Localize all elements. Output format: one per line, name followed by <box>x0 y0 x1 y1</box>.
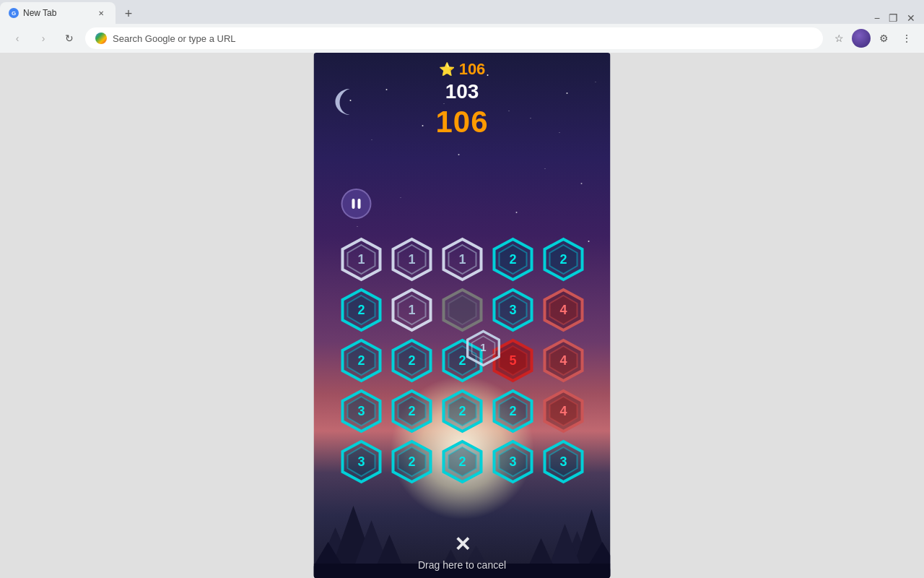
hex-cell-r2-c4[interactable]: 4 <box>541 338 585 383</box>
svg-text:2: 2 <box>357 303 365 317</box>
tab-title: New Tab <box>23 8 56 18</box>
pause-button[interactable] <box>341 189 372 219</box>
cancel-x-icon: ✕ <box>454 532 471 556</box>
pause-icon <box>352 199 361 209</box>
svg-text:2: 2 <box>559 252 567 267</box>
profile-avatar[interactable] <box>852 29 871 48</box>
current-score-big: 106 <box>435 105 488 139</box>
browser-chrome: G New Tab ✕ + − ❐ ✕ ‹ › ↻ Search Google … <box>0 0 924 53</box>
new-tab-button[interactable]: + <box>118 4 139 24</box>
browser-tab[interactable]: G New Tab ✕ <box>0 2 116 24</box>
hex-cell-r4-c3[interactable]: 3 <box>490 439 535 484</box>
hex-cell-r3-c2[interactable]: 2 <box>440 389 484 434</box>
hex-cell-r1-c3[interactable]: 3 <box>490 288 535 332</box>
address-text: Search Google or type a URL <box>113 33 236 44</box>
menu-button[interactable]: ⋮ <box>897 28 917 48</box>
game-container: ⭐ 106 103 106 1 1 1 2 2 <box>314 53 611 578</box>
minimize-button[interactable]: − <box>874 12 880 24</box>
pause-bar-right <box>358 199 361 209</box>
hex-cell-r1-c0[interactable]: 2 <box>339 288 383 332</box>
svg-text:1: 1 <box>357 252 365 267</box>
svg-text:1: 1 <box>408 252 415 267</box>
svg-text:2: 2 <box>509 252 516 267</box>
hex-row-0: 1 1 1 2 2 <box>332 237 592 282</box>
svg-text:3: 3 <box>559 454 567 469</box>
hex-cell-r0-c2[interactable]: 1 <box>440 237 484 282</box>
maximize-button[interactable]: ❐ <box>889 12 898 24</box>
page-content: ⭐ 106 103 106 1 1 1 2 2 <box>0 53 924 578</box>
hex-grid: 1 1 1 2 2 2 1 3 4 2 <box>332 237 592 490</box>
close-button[interactable]: ✕ <box>907 12 915 24</box>
hex-cell-r3-c1[interactable]: 2 <box>389 389 434 434</box>
svg-text:3: 3 <box>509 303 516 317</box>
svg-text:3: 3 <box>509 454 516 469</box>
svg-text:2: 2 <box>408 454 415 469</box>
hex-cell-r4-c0[interactable]: 3 <box>339 439 383 484</box>
bookmark-button[interactable]: ☆ <box>829 28 849 48</box>
svg-text:4: 4 <box>559 303 567 317</box>
back-button[interactable]: ‹ <box>7 28 27 48</box>
address-input[interactable]: Search Google or type a URL <box>85 27 823 49</box>
hex-cell-r4-c2[interactable]: 2 <box>440 439 484 484</box>
forward-button[interactable]: › <box>33 28 53 48</box>
extensions-button[interactable]: ⚙ <box>873 28 894 48</box>
svg-text:2: 2 <box>408 353 415 368</box>
svg-text:4: 4 <box>559 404 567 418</box>
top-score-row: ⭐ 106 <box>439 60 486 79</box>
cancel-area[interactable]: ✕ Drag here to cancel <box>418 532 506 571</box>
hex-cell-r3-c4[interactable]: 4 <box>541 389 585 434</box>
svg-text:1: 1 <box>458 252 466 267</box>
tab-favicon: G <box>9 8 19 18</box>
google-icon <box>95 33 107 44</box>
toolbar-icons: ☆ ⚙ ⋮ <box>829 28 917 48</box>
hex-cell-r0-c1[interactable]: 1 <box>389 237 434 282</box>
svg-text:1: 1 <box>408 303 415 317</box>
svg-text:2: 2 <box>509 404 516 418</box>
hex-cell-r1-c2[interactable] <box>440 288 484 332</box>
svg-text:2: 2 <box>357 353 365 368</box>
svg-text:2: 2 <box>458 404 466 418</box>
hex-cell-r1-c1[interactable]: 1 <box>389 288 434 332</box>
svg-text:1: 1 <box>480 341 486 353</box>
hex-cell-r2-c0[interactable]: 2 <box>339 338 383 383</box>
hex-cell-r3-c3[interactable]: 2 <box>490 389 535 434</box>
hex-cell-r3-c0[interactable]: 3 <box>339 389 383 434</box>
top-score-value: 106 <box>459 60 486 79</box>
hex-cell-r4-c4[interactable]: 3 <box>541 439 585 484</box>
svg-text:3: 3 <box>357 454 365 469</box>
floating-hex-piece: 1 <box>465 329 502 367</box>
address-bar-row: ‹ › ↻ Search Google or type a URL ☆ ⚙ ⋮ <box>0 24 924 53</box>
header-area: ⭐ 106 103 106 <box>314 60 611 139</box>
svg-text:4: 4 <box>559 353 567 368</box>
trophy-star-icon: ⭐ <box>439 61 455 77</box>
svg-text:2: 2 <box>408 404 415 418</box>
tab-bar: G New Tab ✕ + − ❐ ✕ <box>0 0 924 24</box>
current-score-label: 103 <box>445 80 479 103</box>
pause-bar-left <box>352 199 355 209</box>
hex-cell-r0-c4[interactable]: 2 <box>541 237 585 282</box>
svg-text:3: 3 <box>357 404 365 418</box>
hex-row-3: 3 2 2 2 4 <box>332 389 592 434</box>
hex-cell-r4-c1[interactable]: 2 <box>389 439 434 484</box>
reload-button[interactable]: ↻ <box>59 28 79 48</box>
hex-cell-r0-c3[interactable]: 2 <box>490 237 535 282</box>
hex-cell-r0-c0[interactable]: 1 <box>339 237 383 282</box>
cancel-text: Drag here to cancel <box>418 559 506 571</box>
hex-cell-r1-c4[interactable]: 4 <box>541 288 585 332</box>
hex-row-4: 3 2 2 3 3 <box>332 439 592 484</box>
svg-text:5: 5 <box>509 353 516 368</box>
hex-cell-r2-c1[interactable]: 2 <box>389 338 434 383</box>
hex-row-1: 2 1 3 4 <box>332 288 592 332</box>
svg-text:2: 2 <box>458 454 466 469</box>
hex-row-2: 2 2 2 5 4 <box>332 338 592 383</box>
tab-close-button[interactable]: ✕ <box>95 7 107 19</box>
window-controls: − ❐ ✕ <box>874 12 924 24</box>
